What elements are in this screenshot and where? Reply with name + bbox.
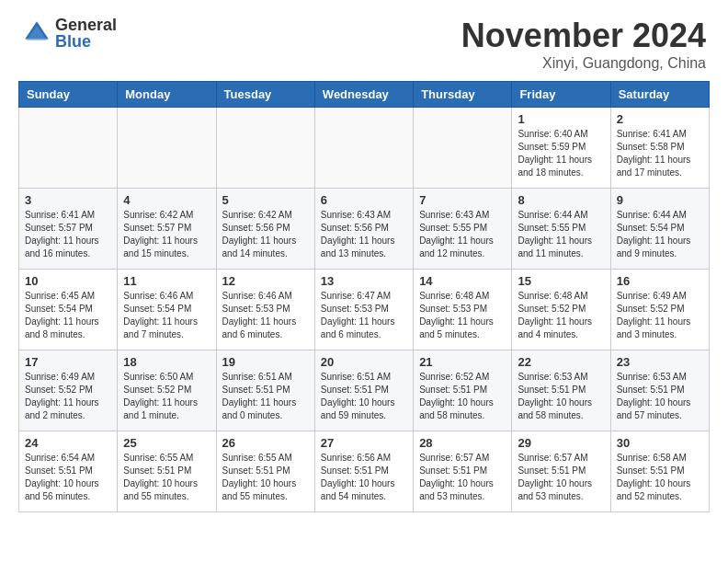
logo-icon <box>22 18 51 48</box>
day-info: Sunrise: 6:48 AMSunset: 5:52 PMDaylight:… <box>518 290 604 341</box>
day-info: Sunrise: 6:46 AMSunset: 5:53 PMDaylight:… <box>222 290 309 341</box>
day-info: Sunrise: 6:41 AMSunset: 5:58 PMDaylight:… <box>617 128 703 179</box>
day-info: Sunrise: 6:47 AMSunset: 5:53 PMDaylight:… <box>321 290 407 341</box>
day-info: Sunrise: 6:46 AMSunset: 5:54 PMDaylight:… <box>123 290 210 341</box>
day-number: 26 <box>222 436 309 450</box>
day-number: 22 <box>518 355 604 369</box>
calendar-day: 12Sunrise: 6:46 AMSunset: 5:53 PMDayligh… <box>216 270 314 350</box>
day-info: Sunrise: 6:43 AMSunset: 5:56 PMDaylight:… <box>321 209 407 260</box>
day-info: Sunrise: 6:56 AMSunset: 5:51 PMDaylight:… <box>321 452 407 503</box>
logo-blue-text: Blue <box>55 33 117 50</box>
calendar-wrapper: Sunday Monday Tuesday Wednesday Thursday… <box>0 81 728 522</box>
day-number: 25 <box>123 436 210 450</box>
calendar-day <box>19 108 118 189</box>
day-info: Sunrise: 6:57 AMSunset: 5:51 PMDaylight:… <box>518 452 604 503</box>
day-number: 16 <box>617 274 703 288</box>
header-sunday: Sunday <box>19 82 118 108</box>
day-number: 24 <box>25 436 111 450</box>
calendar-day <box>314 108 413 189</box>
calendar-day: 5Sunrise: 6:42 AMSunset: 5:56 PMDaylight… <box>216 189 314 270</box>
calendar-day: 10Sunrise: 6:45 AMSunset: 5:54 PMDayligh… <box>19 270 118 350</box>
day-info: Sunrise: 6:49 AMSunset: 5:52 PMDaylight:… <box>617 290 703 341</box>
day-number: 13 <box>321 274 407 288</box>
calendar-day: 17Sunrise: 6:49 AMSunset: 5:52 PMDayligh… <box>19 350 118 431</box>
day-info: Sunrise: 6:55 AMSunset: 5:51 PMDaylight:… <box>123 452 210 503</box>
day-info: Sunrise: 6:55 AMSunset: 5:51 PMDaylight:… <box>222 452 309 503</box>
day-number: 18 <box>123 355 210 369</box>
calendar-day: 26Sunrise: 6:55 AMSunset: 5:51 PMDayligh… <box>216 431 314 512</box>
calendar-day: 27Sunrise: 6:56 AMSunset: 5:51 PMDayligh… <box>314 431 413 512</box>
day-info: Sunrise: 6:41 AMSunset: 5:57 PMDaylight:… <box>25 209 111 260</box>
calendar-day: 25Sunrise: 6:55 AMSunset: 5:51 PMDayligh… <box>118 431 216 512</box>
day-info: Sunrise: 6:58 AMSunset: 5:51 PMDaylight:… <box>617 452 703 503</box>
calendar-table: Sunday Monday Tuesday Wednesday Thursday… <box>18 81 710 512</box>
day-info: Sunrise: 6:52 AMSunset: 5:51 PMDaylight:… <box>419 371 506 422</box>
day-number: 14 <box>419 274 506 288</box>
day-number: 12 <box>222 274 309 288</box>
day-info: Sunrise: 6:40 AMSunset: 5:59 PMDaylight:… <box>518 128 604 179</box>
header-wednesday: Wednesday <box>314 82 413 108</box>
day-info: Sunrise: 6:48 AMSunset: 5:53 PMDaylight:… <box>419 290 506 341</box>
day-number: 15 <box>518 274 604 288</box>
calendar-day: 11Sunrise: 6:46 AMSunset: 5:54 PMDayligh… <box>118 270 216 350</box>
day-info: Sunrise: 6:44 AMSunset: 5:54 PMDaylight:… <box>617 209 703 260</box>
calendar-day: 23Sunrise: 6:53 AMSunset: 5:51 PMDayligh… <box>610 350 709 431</box>
day-number: 23 <box>617 355 703 369</box>
calendar-day: 6Sunrise: 6:43 AMSunset: 5:56 PMDaylight… <box>314 189 413 270</box>
day-number: 30 <box>617 436 703 450</box>
day-number: 6 <box>321 193 407 207</box>
calendar-day: 19Sunrise: 6:51 AMSunset: 5:51 PMDayligh… <box>216 350 314 431</box>
day-number: 2 <box>617 112 703 126</box>
calendar-day: 15Sunrise: 6:48 AMSunset: 5:52 PMDayligh… <box>512 270 610 350</box>
calendar-week-row: 10Sunrise: 6:45 AMSunset: 5:54 PMDayligh… <box>19 270 710 350</box>
calendar-week-row: 3Sunrise: 6:41 AMSunset: 5:57 PMDaylight… <box>19 189 710 270</box>
calendar-day: 28Sunrise: 6:57 AMSunset: 5:51 PMDayligh… <box>414 431 512 512</box>
day-number: 28 <box>419 436 506 450</box>
calendar-day: 20Sunrise: 6:51 AMSunset: 5:51 PMDayligh… <box>314 350 413 431</box>
month-title: November 2024 <box>461 17 706 55</box>
title-block: November 2024 Xinyi, Guangdong, China <box>461 17 706 72</box>
day-number: 3 <box>25 193 111 207</box>
day-number: 7 <box>419 193 506 207</box>
page-header: General Blue November 2024 Xinyi, Guangd… <box>0 0 728 81</box>
calendar-day <box>118 108 216 189</box>
calendar-day <box>216 108 314 189</box>
calendar-day: 7Sunrise: 6:43 AMSunset: 5:55 PMDaylight… <box>414 189 512 270</box>
day-info: Sunrise: 6:44 AMSunset: 5:55 PMDaylight:… <box>518 209 604 260</box>
calendar-day: 21Sunrise: 6:52 AMSunset: 5:51 PMDayligh… <box>414 350 512 431</box>
calendar-day: 13Sunrise: 6:47 AMSunset: 5:53 PMDayligh… <box>314 270 413 350</box>
calendar-day: 2Sunrise: 6:41 AMSunset: 5:58 PMDaylight… <box>610 108 709 189</box>
calendar-week-row: 1Sunrise: 6:40 AMSunset: 5:59 PMDaylight… <box>19 108 710 189</box>
calendar-week-row: 17Sunrise: 6:49 AMSunset: 5:52 PMDayligh… <box>19 350 710 431</box>
day-info: Sunrise: 6:54 AMSunset: 5:51 PMDaylight:… <box>25 452 111 503</box>
calendar-day: 30Sunrise: 6:58 AMSunset: 5:51 PMDayligh… <box>610 431 709 512</box>
calendar-day: 14Sunrise: 6:48 AMSunset: 5:53 PMDayligh… <box>414 270 512 350</box>
calendar-day: 24Sunrise: 6:54 AMSunset: 5:51 PMDayligh… <box>19 431 118 512</box>
calendar-day: 16Sunrise: 6:49 AMSunset: 5:52 PMDayligh… <box>610 270 709 350</box>
location-subtitle: Xinyi, Guangdong, China <box>461 55 706 72</box>
day-number: 11 <box>123 274 210 288</box>
calendar-week-row: 24Sunrise: 6:54 AMSunset: 5:51 PMDayligh… <box>19 431 710 512</box>
day-info: Sunrise: 6:45 AMSunset: 5:54 PMDaylight:… <box>25 290 111 341</box>
day-info: Sunrise: 6:51 AMSunset: 5:51 PMDaylight:… <box>222 371 309 422</box>
weekday-header-row: Sunday Monday Tuesday Wednesday Thursday… <box>19 82 710 108</box>
day-info: Sunrise: 6:43 AMSunset: 5:55 PMDaylight:… <box>419 209 506 260</box>
header-friday: Friday <box>512 82 610 108</box>
logo: General Blue <box>22 17 117 50</box>
day-info: Sunrise: 6:57 AMSunset: 5:51 PMDaylight:… <box>419 452 506 503</box>
day-number: 5 <box>222 193 309 207</box>
calendar-day: 22Sunrise: 6:53 AMSunset: 5:51 PMDayligh… <box>512 350 610 431</box>
calendar-day: 8Sunrise: 6:44 AMSunset: 5:55 PMDaylight… <box>512 189 610 270</box>
day-number: 21 <box>419 355 506 369</box>
day-number: 9 <box>617 193 703 207</box>
day-info: Sunrise: 6:50 AMSunset: 5:52 PMDaylight:… <box>123 371 210 422</box>
day-number: 20 <box>321 355 407 369</box>
day-info: Sunrise: 6:42 AMSunset: 5:57 PMDaylight:… <box>123 209 210 260</box>
day-info: Sunrise: 6:53 AMSunset: 5:51 PMDaylight:… <box>518 371 604 422</box>
day-number: 1 <box>518 112 604 126</box>
day-info: Sunrise: 6:42 AMSunset: 5:56 PMDaylight:… <box>222 209 309 260</box>
calendar-day: 9Sunrise: 6:44 AMSunset: 5:54 PMDaylight… <box>610 189 709 270</box>
day-number: 4 <box>123 193 210 207</box>
header-saturday: Saturday <box>610 82 709 108</box>
day-info: Sunrise: 6:49 AMSunset: 5:52 PMDaylight:… <box>25 371 111 422</box>
